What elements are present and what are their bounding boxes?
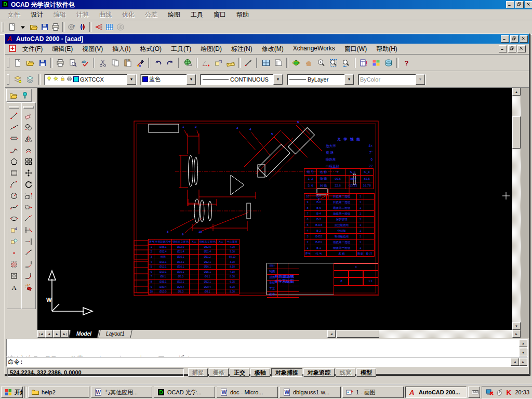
tab-prev-button[interactable]: ◄ <box>45 330 53 338</box>
lens-data-button[interactable]: s <box>66 22 77 33</box>
command-scroll-left[interactable]: ◄ <box>511 358 519 366</box>
offset-button[interactable] <box>23 144 34 156</box>
hatch-button[interactable] <box>8 259 20 270</box>
linetype-dropdown[interactable]: CONTINUOUS ▼ <box>200 74 283 85</box>
text-button[interactable]: A <box>8 282 20 293</box>
doc-minimize-button[interactable] <box>499 45 507 52</box>
taskbar-task-help2[interactable]: help2 <box>28 387 89 398</box>
toolbar-grip[interactable] <box>7 58 9 68</box>
layer-current-button[interactable] <box>11 73 24 86</box>
link-button[interactable] <box>182 57 194 69</box>
status-toggle-3[interactable]: 正交 <box>230 368 249 377</box>
network-status-icon[interactable] <box>485 388 494 396</box>
acad-menu-item[interactable]: XchangeWorks <box>288 44 340 55</box>
layer-dropdown[interactable]: GXTCCX ▼ <box>44 74 137 85</box>
tab-next-button[interactable]: ► <box>53 330 61 338</box>
ocad-menu-item[interactable]: 公差 <box>140 9 162 20</box>
paste-button[interactable] <box>122 57 134 69</box>
lineweight-dropdown-arrow[interactable]: ▼ <box>344 74 354 85</box>
drawing-canvas[interactable]: W 光 学 性 能 放大率4×视 场7°瞳距离6出瞳直径22 <box>37 88 512 330</box>
arc-button[interactable] <box>8 179 20 190</box>
ocad-menu-item[interactable]: 窗口 <box>209 9 231 20</box>
command-scroll-up[interactable]: ▲ <box>519 339 527 347</box>
acad-menu-item[interactable]: 视图(V) <box>77 44 108 55</box>
redo-button[interactable] <box>164 57 177 69</box>
break-button[interactable] <box>23 247 34 259</box>
command-history[interactable]: 请输入选项 [显示(S)/隐藏(H)/左(L)/右(R)/上(T)/下(B)/浮… <box>7 339 519 356</box>
move-button[interactable] <box>23 167 34 179</box>
scroll-left-button[interactable]: ◄ <box>327 330 336 338</box>
acad-menu-item[interactable]: 插入(I) <box>108 44 135 55</box>
mirror-button[interactable] <box>23 133 34 144</box>
ocad-menu-item[interactable]: 计算 <box>72 9 94 20</box>
zoomprev-button[interactable] <box>340 57 352 69</box>
status-toggle-1[interactable]: 捕捉 <box>188 368 208 377</box>
horizontal-scroll-thumb[interactable] <box>337 330 379 338</box>
command-hscrollbar[interactable]: ◄ ► <box>511 358 527 366</box>
status-toggle-8[interactable]: 模型 <box>356 368 376 377</box>
xline-button[interactable] <box>8 122 20 133</box>
acad-menu-item[interactable]: 窗口(W) <box>340 44 371 55</box>
toolbar-grip[interactable] <box>2 22 4 32</box>
match-button[interactable] <box>134 57 147 69</box>
input-method-button[interactable] <box>468 387 481 398</box>
tab-model[interactable]: Model <box>69 330 99 338</box>
extend-button[interactable] <box>23 236 34 247</box>
command-scroll-down[interactable]: ▼ <box>519 349 527 356</box>
mline-button[interactable] <box>8 133 20 144</box>
status-toggle-2[interactable]: 栅格 <box>209 368 229 377</box>
make-block-button[interactable] <box>8 236 20 247</box>
acad-menu-item[interactable]: 标注(N) <box>227 44 257 55</box>
ocad-menu-item[interactable]: 曲线 <box>95 9 116 20</box>
screw-button[interactable] <box>19 90 30 101</box>
pan-button[interactable] <box>302 57 315 69</box>
rotate-button[interactable] <box>23 179 34 190</box>
ocad-minimize-button[interactable] <box>506 1 514 8</box>
acad-minimize-button[interactable] <box>501 35 509 43</box>
status-toggle-7[interactable]: 线宽 <box>336 368 355 377</box>
dbconnect-button[interactable] <box>382 57 395 69</box>
acad-menu-item[interactable]: 修改(M) <box>257 44 288 55</box>
undo-button[interactable] <box>152 57 164 69</box>
insert-block-button[interactable] <box>8 224 20 236</box>
scroll-right-button[interactable]: ► <box>512 330 521 338</box>
status-toggle-5[interactable]: 对象捕捉 <box>271 368 302 377</box>
doc-restore-button[interactable] <box>508 45 516 52</box>
vertical-scroll-track[interactable] <box>512 96 521 322</box>
taskbar-task-doc-micro-[interactable]: Wdoc - Micro... <box>217 387 278 398</box>
color-dropdown[interactable]: 蓝色 ▼ <box>140 74 196 85</box>
scroll-down-button[interactable]: ▼ <box>512 322 521 330</box>
copy-button[interactable] <box>109 57 122 69</box>
ucs-tool-button[interactable] <box>242 57 255 69</box>
command-scroll-right[interactable]: ► <box>519 358 527 366</box>
ocad-menu-item[interactable]: 优化 <box>117 9 139 20</box>
spline-button[interactable] <box>8 202 20 213</box>
color-dropdown-arrow[interactable]: ▼ <box>187 74 196 85</box>
rectangle-button[interactable] <box>8 167 20 179</box>
lengthen-button[interactable] <box>23 213 34 224</box>
start-button[interactable]: 开始 <box>1 387 23 398</box>
fillet-button[interactable] <box>23 270 34 282</box>
taskbar-task-autocad-200-[interactable]: AAutoCAD 200... <box>405 387 467 398</box>
layouts-button[interactable] <box>272 57 285 69</box>
acad-close-button[interactable] <box>520 35 528 43</box>
acad-menu-item[interactable]: 工具(T) <box>166 44 196 55</box>
stretch-button[interactable] <box>23 202 34 213</box>
scale-button[interactable] <box>23 190 34 202</box>
tab-last-button[interactable]: ►| <box>61 330 69 338</box>
status-toggle-4[interactable]: 极轴 <box>250 368 270 377</box>
explode-button[interactable] <box>23 282 34 293</box>
ocad-restore-button[interactable] <box>515 1 524 8</box>
linetype-dropdown-arrow[interactable]: ▼ <box>273 74 283 85</box>
caret-button[interactable] <box>17 22 28 33</box>
command-scrollbar[interactable]: ▲ ▼ <box>519 339 527 356</box>
copy-object-button[interactable] <box>23 122 34 133</box>
toolbar-grip[interactable] <box>7 74 9 85</box>
pline-button[interactable] <box>8 144 20 156</box>
acad-menu-item[interactable]: 绘图(D) <box>196 44 227 55</box>
cut-button[interactable] <box>97 57 109 69</box>
acad-menu-item[interactable]: 格式(O) <box>136 44 166 55</box>
zoom-button[interactable] <box>315 57 327 69</box>
command-input[interactable]: 命令: ◄ ► <box>6 357 528 367</box>
open-button[interactable] <box>28 22 39 33</box>
